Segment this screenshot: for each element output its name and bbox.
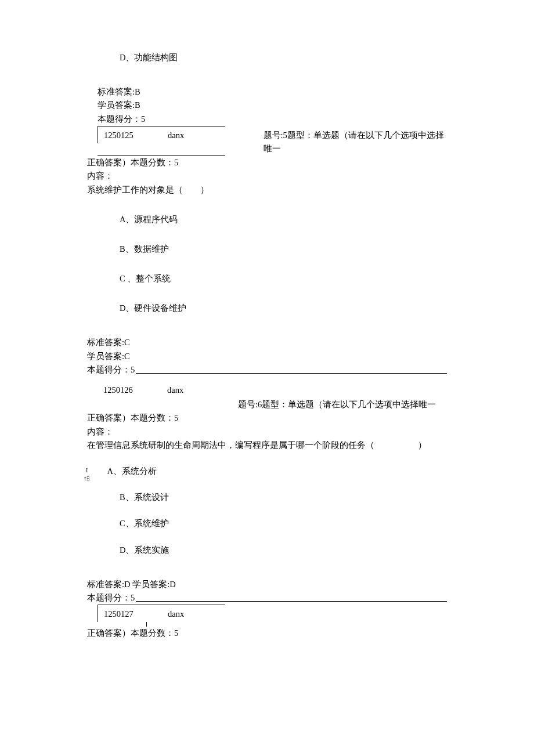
q6-score-label: 本题得分：5 bbox=[87, 591, 135, 605]
q6-option-d: D、系统实施 bbox=[87, 544, 447, 557]
q5-id-tag: danx bbox=[168, 129, 184, 142]
q5-id-box: 1250125 danx bbox=[98, 126, 217, 143]
q5-meta-line2: 正确答案）本题分数：5 bbox=[87, 156, 447, 169]
q6-option-a-text: A、系统分析 bbox=[107, 466, 156, 476]
q5-standard-answer: 标准答案:C bbox=[87, 336, 447, 349]
q4-score-label: 本题得分：5 bbox=[87, 113, 145, 126]
q5-content-label: 内容： bbox=[87, 169, 447, 183]
q6-meta-line1: 题号:6题型：单选题（请在以下几个选项中选择唯一 bbox=[87, 398, 447, 411]
q6-id-tag: danx bbox=[167, 384, 183, 397]
q5-id-number: 1250125 bbox=[104, 129, 168, 142]
q6-meta-line2: 正确答案）本题分数：5 bbox=[87, 411, 447, 425]
q4-option-d: D、功能结构图 bbox=[87, 51, 447, 64]
q7-id-tag: danx bbox=[168, 607, 184, 621]
q6-id-box: 1250126 danx bbox=[98, 381, 225, 398]
q7-id-box: 1250127 danx bbox=[98, 605, 225, 622]
q6-answers: 标准答案:D 学员答案:D bbox=[87, 578, 447, 591]
q7-id-number: 1250127 bbox=[104, 607, 168, 621]
q6-option-b: B、系统设计 bbox=[87, 491, 447, 504]
q5-score-label: 本题得分：5 bbox=[87, 363, 135, 377]
q6-option-c: C、系统维护 bbox=[87, 517, 447, 530]
q5-option-c: C 、整个系统 bbox=[87, 272, 447, 285]
divider-line bbox=[136, 372, 447, 374]
q5-student-answer: 学员答案:C bbox=[87, 350, 447, 363]
q4-standard-answer: 标准答案:B bbox=[87, 85, 447, 99]
q6-id-number: 1250126 bbox=[103, 384, 167, 397]
q5-option-a: A、源程序代码 bbox=[87, 213, 447, 226]
q5-stem: 系统维护工作的对象是（ ） bbox=[87, 183, 447, 197]
q7-meta-line2: 正确答案）本题分数：5 bbox=[87, 627, 447, 640]
q6-content-label: 内容： bbox=[87, 425, 447, 439]
q5-option-b: B、数据维护 bbox=[87, 243, 447, 256]
q5-meta-line1: 题号:5题型：单选题（请在以下几个选项中选择唯一 bbox=[217, 129, 447, 155]
q6-option-a: A、系统分析 bbox=[87, 465, 447, 478]
q6-stem: 在管理信息系统研制的生命周期法中，编写程序是属于哪一个阶段的任务（ ） bbox=[87, 439, 447, 452]
q4-student-answer: 学员答案:B bbox=[87, 99, 447, 112]
q5-option-d: D、硬件设备维护 bbox=[87, 302, 447, 315]
artifact-tick bbox=[146, 622, 147, 627]
divider-line-2 bbox=[136, 601, 447, 602]
